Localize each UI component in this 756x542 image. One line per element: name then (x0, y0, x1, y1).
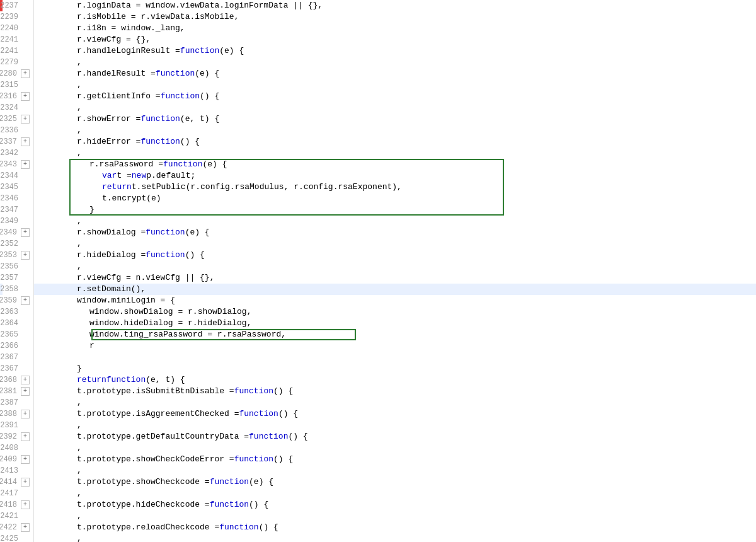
line-content: t.prototype.getDefaultCountryData = func… (34, 431, 756, 442)
fold-button[interactable]: + (21, 92, 30, 101)
line-number: 2356 (0, 261, 18, 272)
code-line: 2368+return function(e, t) { (0, 374, 756, 386)
token-plain: r.handleLoginResult = (77, 45, 180, 57)
line-number: 2279 (0, 57, 18, 68)
token-plain: (e) { (195, 68, 219, 79)
line-content: t.prototype.showCheckCodeError = functio… (34, 454, 756, 465)
line-gutter: 2279 (3, 57, 34, 68)
line-number: 2239 (0, 11, 18, 23)
fold-button[interactable]: + (21, 432, 30, 441)
token-plain: r.showError = (77, 113, 140, 125)
line-gutter: 2414+ (3, 476, 34, 488)
line-content: r.viewCfg = n.viewCfg || {}, (34, 272, 756, 284)
code-line: 2237r.loginData = window.viewData.loginF… (0, 0, 756, 11)
code-line: 2325+r.showError = function(e, t) { (0, 113, 756, 125)
line-gutter: 2241 (3, 34, 34, 45)
line-number: 2280 (0, 68, 17, 79)
token-kw: return (102, 182, 132, 193)
token-plain: , (77, 102, 82, 113)
code-line: 2345return t.setPublic(r.config.rsaModul… (0, 182, 756, 193)
token-plain: (e) { (185, 227, 210, 238)
token-plain: r.viewCfg = {}, (77, 34, 151, 45)
token-plain: , (77, 125, 82, 136)
line-gutter: 2345 (3, 182, 34, 193)
fold-button[interactable]: + (21, 500, 30, 509)
token-plain: , (77, 465, 82, 476)
code-line: 2392+t.prototype.getDefaultCountryData =… (0, 431, 756, 442)
code-line: 2239r.isMobile = r.viewData.isMobile, (0, 11, 756, 23)
token-plain: (e, t) { (180, 113, 219, 125)
line-number: 2422 (0, 522, 17, 533)
line-gutter: 2346 (3, 193, 34, 204)
line-gutter: 2357 (3, 272, 34, 284)
line-gutter: 2337+ (3, 136, 34, 147)
token-kw: function (146, 250, 185, 261)
token-plain: r.hideDialog = (77, 250, 146, 261)
code-line: 2381+t.prototype.isSubmitBtnDisable = fu… (0, 386, 756, 397)
line-gutter: 2425 (3, 533, 34, 542)
token-plain: r.hideError = (77, 136, 140, 147)
token-plain: () { (185, 250, 205, 261)
line-number: 2387 (0, 397, 18, 408)
line-content: , (34, 238, 756, 250)
token-plain: , (77, 420, 82, 431)
code-line: 2364window.hideDialog = r.hideDialog, (0, 318, 756, 329)
line-gutter: 2336 (3, 125, 34, 136)
fold-button[interactable]: + (21, 376, 30, 384)
code-line: 2365window.ting_rsaPassword = r.rsaPassw… (0, 329, 756, 340)
fold-button[interactable]: + (21, 296, 30, 305)
token-plain: r (89, 340, 94, 352)
token-plain: () { (180, 136, 200, 147)
code-line: 2346t.encrypt(e) (0, 193, 756, 204)
line-gutter: 2392+ (3, 431, 34, 442)
line-number: 2352 (0, 238, 18, 250)
line-content: window.miniLogin = { (34, 295, 756, 306)
fold-button[interactable]: + (21, 523, 30, 532)
fold-button[interactable]: + (21, 387, 30, 396)
token-plain: t.setPublic(r.config.rsaModulus, r.confi… (132, 182, 402, 193)
fold-button[interactable]: + (21, 160, 30, 169)
token-kw: function (210, 499, 249, 510)
token-plain: t.prototype.reloadCheckcode = (77, 522, 219, 533)
line-gutter: 2364 (3, 318, 34, 329)
code-line: 2413, (0, 465, 756, 476)
code-line: 2367} (0, 363, 756, 374)
token-plain: p.default; (146, 170, 195, 182)
fold-button[interactable]: + (21, 137, 30, 146)
line-number: 2367 (0, 363, 18, 374)
fold-button[interactable]: + (21, 478, 30, 487)
code-line: 2422+t.prototype.reloadCheckcode = funct… (0, 522, 756, 533)
line-gutter: 2349 (3, 216, 34, 227)
code-line: 2425, (0, 533, 756, 542)
line-number: 2344 (0, 170, 18, 182)
line-number: 2316 (0, 91, 17, 102)
line-number: 2357 (0, 272, 18, 284)
fold-button[interactable]: + (21, 410, 30, 418)
line-number: 2366 (0, 340, 18, 352)
line-number: 2364 (0, 318, 18, 329)
fold-button[interactable]: + (21, 228, 30, 237)
line-gutter: 2413 (3, 465, 34, 476)
token-plain: t.prototype.hideCheckcode = (77, 499, 210, 510)
code-line: 2358r.setDomain(), (0, 284, 756, 295)
fold-button[interactable]: + (21, 69, 30, 78)
line-gutter: 2381+ (3, 386, 34, 397)
code-line: 2316+r.getClientInfo = function() { (0, 91, 756, 102)
code-line: 2280+r.handelResult = function(e) { (0, 68, 756, 79)
code-line: 2353+r.hideDialog = function() { (0, 250, 756, 261)
line-gutter: 2315 (3, 79, 34, 91)
line-gutter: 2365 (3, 329, 34, 340)
fold-button[interactable]: + (21, 455, 30, 464)
fold-button[interactable]: + (21, 251, 30, 260)
token-kw: function (210, 476, 249, 488)
line-gutter: 2408 (3, 442, 34, 454)
fold-button[interactable]: + (21, 115, 30, 124)
line-number: 2368 (0, 374, 17, 386)
token-kw: function (180, 45, 219, 57)
token-plain: t.prototype.showCheckcode = (77, 476, 210, 488)
line-content: r.i18n = window._lang, (34, 23, 756, 34)
line-number: 2241 (0, 45, 18, 57)
line-number: 2353 (0, 250, 17, 261)
token-plain: } (77, 363, 82, 374)
code-viewer: 2237r.loginData = window.viewData.loginF… (0, 0, 756, 542)
